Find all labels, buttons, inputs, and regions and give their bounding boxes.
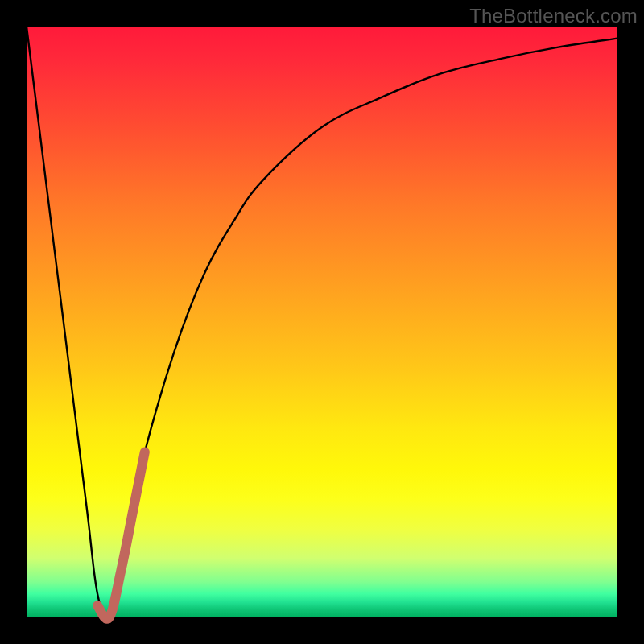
watermark-text: TheBottleneck.com (469, 5, 638, 27)
chart-frame: TheBottleneck.com (0, 0, 644, 644)
chart-svg (27, 27, 617, 617)
bottleneck-curve (27, 27, 617, 619)
highlight-segment (97, 452, 145, 618)
